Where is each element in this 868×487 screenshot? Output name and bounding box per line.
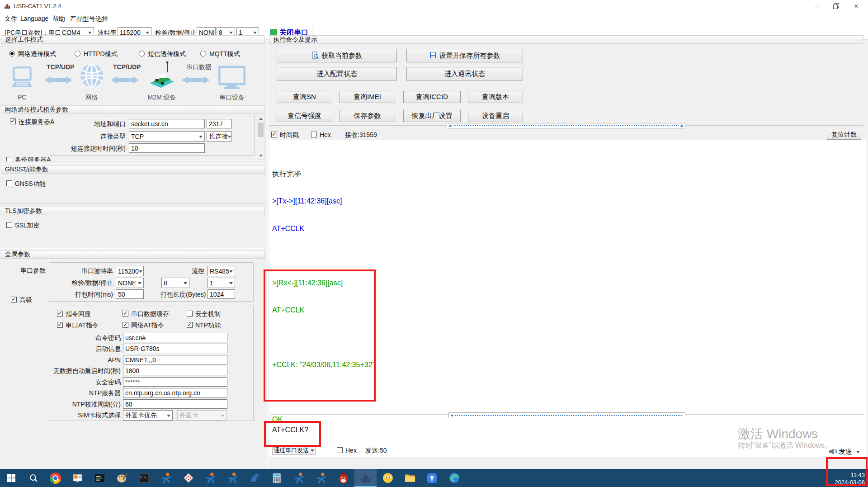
wireshark-icon[interactable] bbox=[244, 469, 266, 487]
boot-info-input[interactable]: USR-G780s bbox=[123, 344, 227, 353]
device-restart-button[interactable]: 设备重启 bbox=[468, 110, 523, 122]
paint-icon[interactable] bbox=[111, 469, 133, 487]
menu-file[interactable]: 文件 bbox=[5, 15, 17, 23]
hex-recv-checkbox[interactable] bbox=[311, 132, 317, 137]
m2m-device-icon bbox=[147, 61, 176, 94]
auto-restart-input[interactable]: 1800 bbox=[123, 366, 227, 375]
restore-button[interactable] bbox=[826, 0, 846, 12]
get-params-button[interactable]: 获取当前参数 bbox=[277, 49, 397, 62]
pack-len-input[interactable]: 1024 bbox=[208, 289, 235, 299]
g-parity-select[interactable]: NONE bbox=[116, 278, 144, 288]
usr-cat1-app-icon[interactable] bbox=[354, 469, 377, 487]
cmd-password-input[interactable]: usr.cn# bbox=[123, 333, 227, 342]
ntp-checkbox[interactable] bbox=[187, 322, 193, 328]
usr-person-icon[interactable] bbox=[222, 469, 244, 487]
pack-time-input[interactable]: 50 bbox=[116, 289, 144, 299]
scrollbar-thumb[interactable] bbox=[258, 123, 264, 137]
keepalive-select[interactable]: 长连接 bbox=[207, 131, 232, 142]
search-icon[interactable] bbox=[22, 469, 44, 487]
close-button[interactable]: × bbox=[846, 0, 866, 12]
sim-secondary-select[interactable]: 外置卡 bbox=[177, 410, 227, 421]
send-hscrollbar[interactable] bbox=[448, 412, 685, 418]
usr-person-icon[interactable] bbox=[155, 469, 177, 487]
serial-group-label: 串口参数 bbox=[20, 267, 46, 275]
file-explorer-icon[interactable] bbox=[399, 469, 421, 487]
query-signal-button[interactable]: 查信号强度 bbox=[277, 110, 332, 122]
radio-httpd[interactable] bbox=[75, 51, 80, 57]
send-button[interactable]: 发送 bbox=[839, 448, 852, 456]
device-restart-label: 设备重启 bbox=[482, 112, 509, 120]
ntp-server-input[interactable]: cn.ntp.org.cn,us.ntp.org.cn bbox=[123, 388, 227, 397]
start-button[interactable] bbox=[0, 469, 22, 487]
taskbar-clock[interactable]: 11:43 2024-03-06 bbox=[831, 472, 865, 486]
usr-person-icon[interactable] bbox=[288, 469, 310, 487]
radio-sms[interactable] bbox=[139, 51, 145, 57]
serial-at-checkbox[interactable] bbox=[57, 322, 63, 328]
g-databits-select[interactable]: 8 bbox=[161, 278, 189, 288]
menu-product-model[interactable]: 产品型号选择 bbox=[70, 15, 108, 23]
short-timeout-input[interactable]: 10 bbox=[129, 143, 205, 153]
radio-mqtt[interactable] bbox=[200, 51, 206, 57]
usr-person-icon[interactable] bbox=[199, 469, 222, 487]
edge-icon[interactable] bbox=[443, 469, 465, 487]
enter-comm-button[interactable]: 进入通讯状态 bbox=[406, 67, 523, 80]
usr-person-icon[interactable] bbox=[310, 469, 332, 487]
log-hscrollbar[interactable] bbox=[447, 123, 685, 128]
scroll-up-icon[interactable] bbox=[257, 115, 264, 122]
tech-tool-icon[interactable] bbox=[89, 469, 111, 487]
reset-count-button[interactable]: 复位计数 bbox=[827, 130, 861, 140]
query-sn-button[interactable]: 查询SN bbox=[277, 91, 332, 103]
scroll-arrow-icon[interactable] bbox=[448, 123, 452, 127]
g-parity-value: NONE bbox=[118, 279, 136, 287]
server-port-input[interactable]: 2317 bbox=[207, 119, 232, 128]
factory-reset-button[interactable]: 恢复出厂设置 bbox=[403, 110, 461, 122]
set-save-params-button[interactable]: 设置并保存所有参数 bbox=[406, 49, 523, 62]
enter-config-button[interactable]: 进入配置状态 bbox=[277, 67, 397, 80]
presentation-app-icon[interactable] bbox=[66, 469, 89, 487]
ntp-server-label: NTP服务器 bbox=[18, 389, 121, 397]
query-version-button[interactable]: 查询版本 bbox=[468, 91, 523, 103]
minimize-button[interactable] bbox=[806, 0, 826, 12]
advanced-checkbox[interactable] bbox=[11, 297, 17, 303]
security-mech-checkbox[interactable] bbox=[187, 311, 193, 317]
backup-server-checkbox[interactable] bbox=[6, 157, 12, 161]
gnss-checkbox[interactable] bbox=[6, 180, 12, 186]
hex-send-label: Hex bbox=[345, 447, 357, 454]
browser-icon[interactable] bbox=[44, 469, 66, 487]
flow-select[interactable]: RS485 bbox=[208, 266, 235, 276]
receive-log[interactable]: 执行完毕 >[Tx->][11:42:36][asc] AT+CCLK >[Rx… bbox=[272, 152, 375, 487]
save-params-button[interactable]: 保存参数 bbox=[340, 110, 395, 122]
radio-net-passthrough[interactable] bbox=[9, 51, 15, 57]
ssl-checkbox[interactable] bbox=[6, 222, 12, 228]
flow-value: RS485 bbox=[210, 268, 229, 275]
g-stopbits-select[interactable]: 1 bbox=[208, 278, 235, 288]
red-bird-mascot-icon[interactable] bbox=[332, 469, 354, 487]
query-iccid-button[interactable]: 查询ICCID bbox=[403, 91, 461, 103]
net-params-scrollbar[interactable] bbox=[257, 115, 264, 160]
scroll-down-icon[interactable] bbox=[257, 152, 264, 159]
dice-icon[interactable] bbox=[177, 469, 199, 487]
security-password-input[interactable]: ****** bbox=[123, 377, 227, 387]
chick-mascot-icon[interactable] bbox=[377, 469, 399, 487]
ntp-period-input[interactable]: 60 bbox=[123, 399, 227, 409]
apn-input[interactable]: CMNET,,,0 bbox=[123, 355, 227, 364]
arrow-app-icon[interactable] bbox=[421, 469, 443, 487]
server-a-checkbox[interactable] bbox=[10, 118, 16, 124]
menu-help[interactable]: 帮助 bbox=[52, 15, 65, 23]
conn-type-select[interactable]: TCP bbox=[129, 131, 205, 142]
scroll-arrow-icon[interactable] bbox=[680, 123, 684, 127]
sim-primary-select[interactable]: 外置卡优先 bbox=[123, 410, 173, 421]
serial-cache-checkbox[interactable] bbox=[123, 311, 128, 317]
scroll-arrow-icon[interactable] bbox=[450, 415, 454, 419]
timestamp-checkbox[interactable] bbox=[271, 132, 277, 137]
hex-send-checkbox[interactable] bbox=[337, 447, 343, 453]
g-baud-select[interactable]: 115200 bbox=[116, 266, 144, 276]
send-input[interactable]: AT+CCLK? bbox=[272, 426, 308, 434]
net-at-checkbox[interactable] bbox=[123, 322, 128, 328]
terminal-icon[interactable]: C:\_ bbox=[133, 469, 155, 487]
menu-language[interactable]: Language bbox=[20, 15, 48, 22]
server-address-input[interactable]: socket.usr.cn bbox=[129, 119, 205, 128]
query-imei-button[interactable]: 查询IMEI bbox=[340, 91, 395, 103]
cmd-echo-checkbox[interactable] bbox=[57, 311, 63, 317]
calculator-icon[interactable] bbox=[266, 469, 288, 487]
